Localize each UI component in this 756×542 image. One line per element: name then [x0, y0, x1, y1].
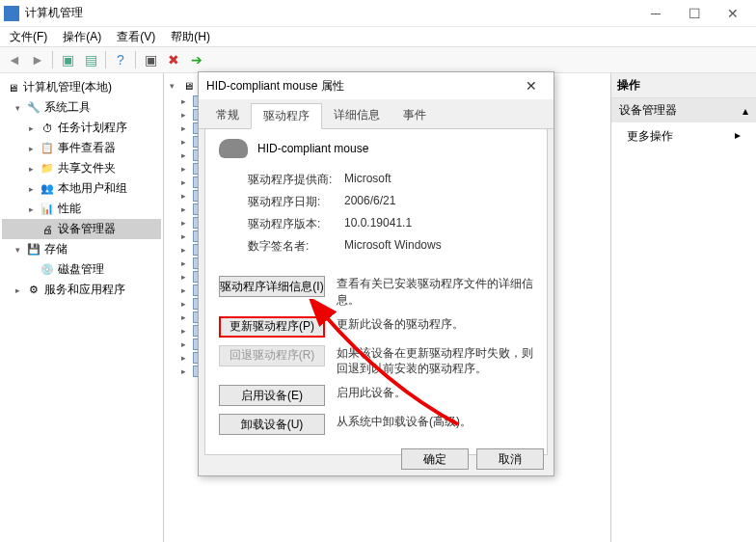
dialog-tabs: 常规 驱动程序 详细信息 事件: [199, 99, 554, 129]
provider-label: 驱动程序提供商:: [248, 172, 344, 188]
refresh-button[interactable]: ✖: [163, 49, 184, 70]
dialog-title: HID-compliant mouse 属性: [206, 78, 344, 95]
tree-event-viewer[interactable]: ▸📋事件查看器: [2, 138, 161, 158]
maximize-button[interactable]: ☐: [675, 0, 714, 27]
chevron-up-icon: ▴: [742, 104, 748, 118]
menu-view[interactable]: 查看(V): [113, 27, 159, 47]
dialog-titlebar: HID-compliant mouse 属性 ✕: [199, 72, 554, 99]
uninstall-device-button[interactable]: 卸载设备(U): [219, 414, 325, 435]
menu-help[interactable]: 帮助(H): [167, 27, 214, 47]
tree-system-tools[interactable]: ▾🔧系统工具: [2, 97, 161, 118]
window-title: 计算机管理: [25, 5, 636, 21]
properties-button[interactable]: ▤: [80, 49, 101, 70]
mouse-icon: [219, 139, 248, 158]
tree-task-scheduler[interactable]: ▸⏱任务计划程序: [2, 118, 161, 138]
version-value: 10.0.19041.1: [344, 216, 412, 232]
tree-disk-mgmt[interactable]: 💿磁盘管理: [2, 259, 161, 280]
date-value: 2006/6/21: [344, 194, 395, 210]
enable-device-button[interactable]: 启用设备(E): [219, 385, 325, 406]
actions-pane: 操作 设备管理器▴ 更多操作▸: [611, 73, 756, 542]
update-driver-desc: 更新此设备的驱动程序。: [337, 316, 533, 333]
driver-details-button[interactable]: 驱动程序详细信息(I): [219, 276, 325, 297]
dialog-close-button[interactable]: ✕: [517, 78, 546, 94]
signer-value: Microsoft Windows: [344, 238, 442, 255]
tree-services[interactable]: ▸⚙服务和应用程序: [2, 280, 161, 300]
tree-root[interactable]: 🖥计算机管理(本地): [2, 77, 161, 97]
actions-context[interactable]: 设备管理器▴: [611, 98, 756, 122]
tree-performance[interactable]: ▸📊性能: [2, 199, 161, 219]
app-icon: [4, 6, 19, 21]
uninstall-device-desc: 从系统中卸载设备(高级)。: [337, 414, 533, 430]
menu-file[interactable]: 文件(F): [6, 27, 51, 47]
help-button[interactable]: ?: [110, 49, 131, 70]
scan-button[interactable]: ▣: [140, 49, 161, 70]
properties-dialog: HID-compliant mouse 属性 ✕ 常规 驱动程序 详细信息 事件…: [198, 71, 554, 476]
chevron-right-icon: ▸: [735, 128, 741, 142]
action-button[interactable]: ➔: [186, 49, 207, 70]
signer-label: 数字签名者:: [248, 238, 344, 255]
tab-general[interactable]: 常规: [204, 103, 251, 128]
actions-header: 操作: [611, 73, 756, 98]
version-label: 驱动程序版本:: [248, 216, 344, 232]
tree-device-manager[interactable]: 🖨设备管理器: [2, 219, 161, 239]
tab-events[interactable]: 事件: [392, 103, 438, 128]
titlebar: 计算机管理 ─ ☐ ✕: [0, 0, 756, 27]
close-button[interactable]: ✕: [714, 0, 752, 27]
provider-value: Microsoft: [344, 172, 392, 188]
minimize-button[interactable]: ─: [636, 0, 675, 27]
menu-action[interactable]: 操作(A): [59, 27, 105, 47]
tab-details[interactable]: 详细信息: [322, 103, 392, 128]
toolbar: ◄ ► ▣ ▤ ? ▣ ✖ ➔: [0, 46, 756, 73]
tree-storage[interactable]: ▾💾存储: [2, 239, 161, 259]
up-button[interactable]: ▣: [57, 49, 78, 70]
cancel-button[interactable]: 取消: [476, 448, 544, 470]
menubar: 文件(F) 操作(A) 查看(V) 帮助(H): [0, 27, 756, 46]
date-label: 驱动程序日期:: [248, 194, 344, 210]
actions-more[interactable]: 更多操作▸: [611, 122, 756, 150]
update-driver-button[interactable]: 更新驱动程序(P): [219, 316, 325, 338]
dialog-body: HID-compliant mouse 驱动程序提供商:Microsoft 驱动…: [204, 129, 548, 455]
rollback-driver-button: 回退驱动程序(R): [219, 345, 325, 366]
tree-local-users[interactable]: ▸👥本地用户和组: [2, 178, 161, 199]
device-name: HID-compliant mouse: [257, 142, 368, 155]
forward-button[interactable]: ►: [27, 49, 48, 70]
driver-details-desc: 查看有关已安装驱动程序文件的详细信息。: [337, 276, 533, 309]
enable-device-desc: 启用此设备。: [337, 385, 533, 401]
back-button[interactable]: ◄: [4, 49, 25, 70]
tab-driver[interactable]: 驱动程序: [251, 103, 322, 129]
ok-button[interactable]: 确定: [401, 448, 469, 470]
tree-shared-folders[interactable]: ▸📁共享文件夹: [2, 158, 161, 178]
tree-pane: 🖥计算机管理(本地) ▾🔧系统工具 ▸⏱任务计划程序 ▸📋事件查看器 ▸📁共享文…: [0, 73, 164, 542]
rollback-driver-desc: 如果该设备在更新驱动程序时失败，则回退到以前安装的驱动程序。: [337, 345, 533, 378]
